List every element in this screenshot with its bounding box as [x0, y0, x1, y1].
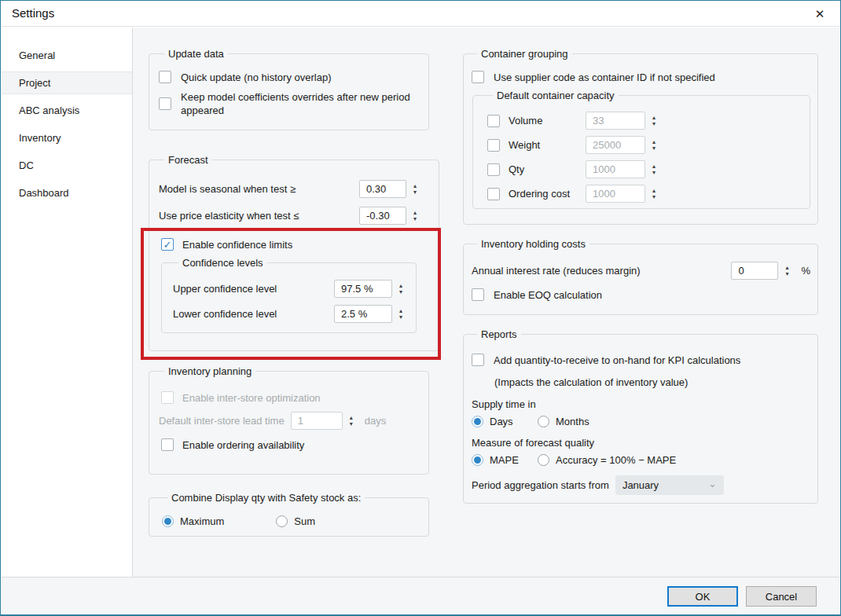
- stepper-down-icon[interactable]: ▾: [347, 421, 356, 427]
- inter-store-checkbox[interactable]: [161, 391, 174, 404]
- reports-legend: Reports: [477, 328, 521, 340]
- forecast-group: Forecast Model is seasonal when test ≥ 0…: [149, 154, 439, 351]
- sidebar-item-label: Inventory: [19, 132, 61, 144]
- lower-confidence-input[interactable]: 2.5 %: [334, 305, 392, 323]
- sidebar-item-inventory[interactable]: Inventory: [2, 126, 132, 149]
- stepper-down-icon[interactable]: ▾: [782, 271, 791, 277]
- sidebar-item-dashboard[interactable]: Dashboard: [2, 182, 132, 204]
- qty-label: Qty: [509, 163, 586, 175]
- update-data-legend: Update data: [164, 48, 228, 60]
- elasticity-test-input[interactable]: -0.30: [359, 207, 406, 225]
- seasonal-test-input[interactable]: 0.30: [359, 180, 406, 198]
- enable-confidence-checkbox[interactable]: ✓: [161, 238, 174, 251]
- months-radio[interactable]: [538, 416, 549, 427]
- sidebar-item-label: ABC analysis: [19, 104, 79, 116]
- combine-display-legend: Combine Display qty with Safety stock as…: [167, 492, 365, 504]
- volume-input[interactable]: 33: [586, 112, 645, 130]
- dialog-body: General Project ABC analysis Inventory D…: [2, 28, 839, 613]
- radio-dot: [474, 456, 481, 464]
- sidebar-item-project[interactable]: Project: [2, 72, 132, 94]
- sidebar-item-abc-analysis[interactable]: ABC analysis: [2, 99, 132, 122]
- lead-time-label: Default inter-store lead time: [159, 415, 285, 427]
- mape-radio[interactable]: [472, 454, 483, 466]
- upper-confidence-stepper: ▴ ▾: [396, 283, 406, 295]
- seasonal-test-label: Model is seasonal when test ≥: [159, 183, 359, 195]
- ordering-availability-label: Enable ordering availability: [182, 439, 304, 451]
- eoq-checkbox[interactable]: [472, 288, 484, 301]
- upper-confidence-input[interactable]: 97.5 %: [334, 280, 392, 298]
- period-aggregation-label: Period aggregation starts from: [472, 479, 609, 491]
- accuracy-radio[interactable]: [538, 454, 549, 466]
- sidebar-item-general[interactable]: General: [2, 44, 132, 67]
- footer-divider: [2, 577, 839, 578]
- qty-input[interactable]: 1000: [586, 160, 645, 178]
- mape-label: MAPE: [490, 454, 538, 466]
- period-aggregation-dropdown[interactable]: January ⌄: [615, 475, 724, 495]
- elasticity-test-stepper: ▴ ▾: [410, 210, 420, 222]
- sidebar-item-label: Project: [19, 77, 50, 89]
- kpi-checkbox[interactable]: [472, 354, 484, 366]
- weight-checkbox[interactable]: [487, 139, 500, 152]
- radio-dot: [164, 518, 171, 525]
- interest-rate-input[interactable]: 0: [731, 262, 778, 280]
- radio-dot: [474, 418, 481, 425]
- sidebar-item-dc[interactable]: DC: [2, 154, 132, 177]
- container-capacity-group: Default container capacity Volume 33 ▴ ▾…: [472, 90, 810, 209]
- quick-update-label: Quick update (no history overlap): [181, 72, 331, 83]
- sidebar-item-label: General: [19, 50, 55, 61]
- close-icon: ✕: [815, 7, 825, 21]
- lead-time-input[interactable]: 1: [291, 412, 343, 430]
- days-radio[interactable]: [472, 416, 483, 427]
- check-icon: ✓: [163, 240, 172, 250]
- weight-input[interactable]: 25000: [586, 136, 645, 154]
- ordering-cost-input[interactable]: 1000: [586, 185, 645, 203]
- container-grouping-group: Container grouping Use supplier code as …: [463, 48, 818, 225]
- maximum-radio[interactable]: [162, 515, 174, 527]
- inventory-planning-group: Inventory planning Enable inter-store op…: [149, 365, 429, 475]
- lower-confidence-stepper: ▴ ▾: [396, 308, 406, 321]
- qty-stepper: ▴ ▾: [649, 163, 659, 176]
- volume-checkbox[interactable]: [487, 115, 500, 127]
- ordering-cost-stepper: ▴ ▾: [649, 188, 659, 200]
- inter-store-label: Enable inter-store optimization: [182, 392, 321, 404]
- supplier-code-checkbox[interactable]: [472, 71, 484, 83]
- stepper-down-icon[interactable]: ▾: [649, 170, 659, 176]
- inventory-planning-legend: Inventory planning: [164, 365, 255, 377]
- stepper-down-icon[interactable]: ▾: [410, 189, 420, 196]
- seasonal-test-stepper: ▴ ▾: [410, 183, 420, 196]
- quick-update-checkbox[interactable]: [159, 71, 171, 83]
- title-bar: Settings ✕: [2, 1, 839, 27]
- weight-stepper: ▴ ▾: [649, 139, 659, 152]
- stepper-down-icon[interactable]: ▾: [396, 289, 406, 295]
- keep-coefficients-checkbox[interactable]: [159, 97, 171, 110]
- close-button[interactable]: ✕: [810, 6, 830, 23]
- days-label: Days: [490, 416, 538, 427]
- cancel-button[interactable]: Cancel: [746, 586, 817, 607]
- window-title: Settings: [12, 6, 54, 20]
- stepper-down-icon[interactable]: ▾: [410, 216, 420, 222]
- stepper-down-icon[interactable]: ▾: [649, 121, 659, 127]
- supplier-code-label: Use supplier code as container ID if not…: [494, 72, 715, 83]
- stepper-down-icon[interactable]: ▾: [396, 314, 406, 321]
- ordering-availability-checkbox[interactable]: [161, 438, 174, 451]
- interest-rate-unit: %: [801, 265, 810, 277]
- sum-radio[interactable]: [276, 515, 288, 527]
- lead-time-unit: days: [365, 415, 386, 427]
- sidebar: General Project ABC analysis Inventory D…: [2, 28, 133, 577]
- confidence-levels-group: Confidence levels Upper confidence level…: [161, 257, 417, 333]
- period-aggregation-value: January: [622, 479, 659, 491]
- stepper-down-icon[interactable]: ▾: [649, 145, 659, 152]
- confidence-levels-legend: Confidence levels: [178, 257, 267, 269]
- interest-rate-stepper: ▴ ▾: [782, 265, 791, 277]
- forecast-legend: Forecast: [164, 154, 212, 166]
- ordering-cost-checkbox[interactable]: [487, 188, 500, 200]
- interest-rate-label: Annual interest rate (reduces margin): [472, 265, 731, 277]
- holding-costs-legend: Inventory holding costs: [477, 238, 589, 250]
- sidebar-item-label: Dashboard: [19, 187, 69, 199]
- ok-button-label: OK: [696, 591, 711, 603]
- weight-label: Weight: [509, 139, 586, 151]
- ok-button[interactable]: OK: [667, 586, 738, 607]
- stepper-down-icon[interactable]: ▾: [649, 194, 659, 200]
- qty-checkbox[interactable]: [487, 163, 500, 176]
- measure-label: Measure of forecast quality: [472, 437, 594, 449]
